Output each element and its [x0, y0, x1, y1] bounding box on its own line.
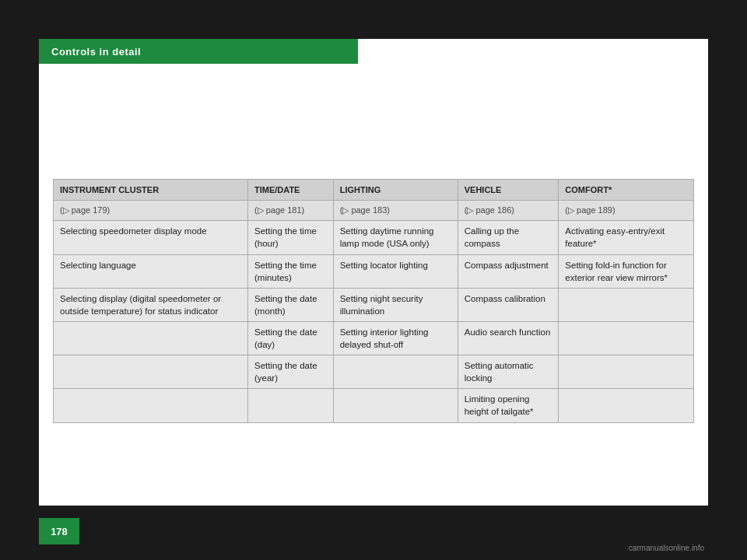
- comfort-cell-6: [559, 389, 694, 422]
- vehicle-cell-2: Compass adjustment: [458, 254, 559, 288]
- col-header-lighting: LIGHTING: [333, 180, 458, 201]
- instrument-cell-5: [54, 355, 248, 389]
- instrument-page-ref: (▷ page 179): [54, 201, 248, 221]
- table-row: Selecting display (digital speedometer o…: [54, 288, 694, 321]
- timedate-cell-6: [248, 389, 334, 422]
- header-title: Controls in detail: [51, 46, 141, 58]
- table-container: INSTRUMENT CLUSTER TIME/DATE LIGHTING VE…: [53, 179, 694, 423]
- header-bar: Controls in detail: [39, 39, 358, 64]
- vehicle-cell-6: Limiting opening height of tailgate*: [458, 389, 559, 422]
- lighting-cell-1: Setting daytime running lamp mode (USA o…: [333, 221, 458, 254]
- watermark: carmanualsonline.info: [629, 544, 704, 552]
- col-header-instrument: INSTRUMENT CLUSTER: [54, 180, 248, 201]
- comfort-cell-5: [559, 355, 694, 389]
- timedate-cell-3: Setting the date (month): [248, 288, 334, 321]
- lighting-cell-4: Setting interior lighting delayed shut-o…: [333, 321, 458, 355]
- lighting-cell-6: [333, 389, 458, 422]
- instrument-cell-1: Selecting speedometer display mode: [54, 221, 248, 254]
- lighting-page-ref: (▷ page 183): [333, 201, 458, 221]
- comfort-cell-1: Activating easy-entry/exit feature*: [559, 221, 694, 254]
- timedate-cell-1: Setting the time (hour): [248, 221, 334, 254]
- page-number-box: 178: [39, 518, 79, 544]
- vehicle-page-ref: (▷ page 186): [458, 201, 559, 221]
- table-row: Selecting speedometer display mode Setti…: [54, 221, 694, 254]
- table-row: Selecting language Setting the time (min…: [54, 254, 694, 288]
- table-subheader-row: (▷ page 179) (▷ page 181) (▷ page 183) (…: [54, 201, 694, 221]
- comfort-page-ref: (▷ page 189): [559, 201, 694, 221]
- lighting-cell-2: Setting locator lighting: [333, 254, 458, 288]
- instrument-cell-2: Selecting language: [54, 254, 248, 288]
- comfort-cell-4: [559, 321, 694, 355]
- vehicle-cell-1: Calling up the compass: [458, 221, 559, 254]
- table-row: Setting the date (year) Setting automati…: [54, 355, 694, 389]
- vehicle-cell-5: Setting automatic locking: [458, 355, 559, 389]
- timedate-cell-4: Setting the date (day): [248, 321, 334, 355]
- comfort-cell-3: [559, 288, 694, 321]
- vehicle-cell-4: Audio search function: [458, 321, 559, 355]
- timedate-cell-5: Setting the date (year): [248, 355, 334, 389]
- table-row: Limiting opening height of tailgate*: [54, 389, 694, 422]
- instrument-cell-4: [54, 321, 248, 355]
- lighting-cell-5: [333, 355, 458, 389]
- page-number: 178: [51, 526, 68, 537]
- lighting-cell-3: Setting night security illumination: [333, 288, 458, 321]
- col-header-vehicle: VEHICLE: [458, 180, 559, 201]
- timedate-page-ref: (▷ page 181): [248, 201, 334, 221]
- vehicle-cell-3: Compass calibration: [458, 288, 559, 321]
- col-header-timedate: TIME/DATE: [248, 180, 334, 201]
- timedate-cell-2: Setting the time (minutes): [248, 254, 334, 288]
- instrument-cell-6: [54, 389, 248, 422]
- comfort-cell-2: Setting fold-in function for exterior re…: [559, 254, 694, 288]
- features-table: INSTRUMENT CLUSTER TIME/DATE LIGHTING VE…: [53, 179, 694, 423]
- instrument-cell-3: Selecting display (digital speedometer o…: [54, 288, 248, 321]
- col-header-comfort: COMFORT*: [559, 180, 694, 201]
- table-row: Setting the date (day) Setting interior …: [54, 321, 694, 355]
